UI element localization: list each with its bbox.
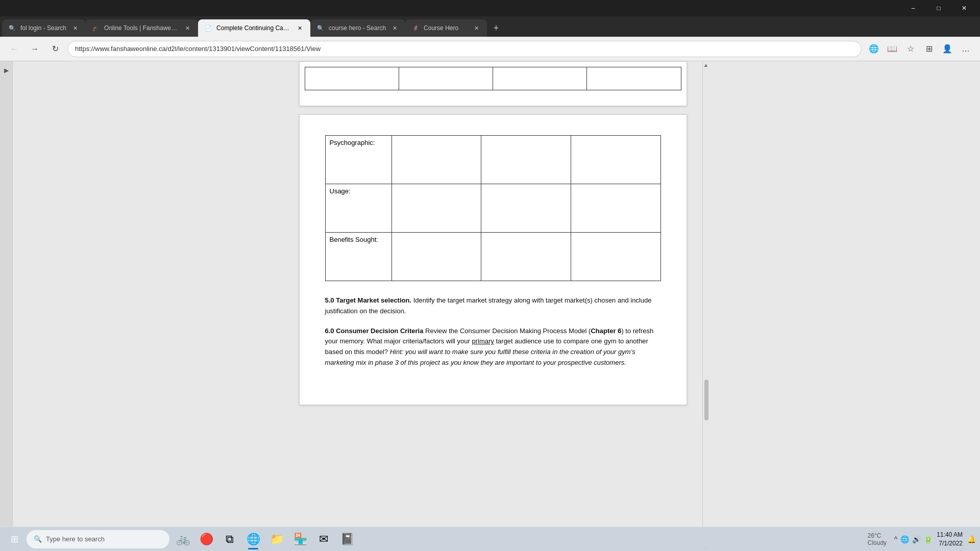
url-text: https://www.fanshaweonline.ca/d2l/le/con… [75, 45, 321, 53]
tab-fanshawe[interactable]: 🎓 Online Tools | Fanshawe College ✕ [86, 19, 198, 37]
bike-icon: 🚲 [176, 533, 190, 546]
sidebar: ▶ [0, 61, 13, 551]
weather-text: 26°C Cloudy [868, 532, 890, 546]
taskbar-search-box[interactable]: 🔍 Type here to search [27, 530, 169, 548]
tab-title-fol: fol login - Search [20, 24, 66, 32]
tab-close-ch[interactable]: ✕ [472, 23, 481, 33]
tab-complete-case[interactable]: 📄 Complete Continuing Case Stu... ✕ [198, 19, 310, 37]
taskbar-app-mail[interactable]: ✉ [312, 528, 335, 550]
tab-course-hero-search[interactable]: 🔍 course hero - Search ✕ [310, 19, 405, 37]
system-tray[interactable]: ^ 🌐 🔊 🔋 [894, 535, 933, 543]
forward-button[interactable]: → [27, 41, 43, 57]
mail-icon: ✉ [319, 533, 328, 546]
edge-icon: 🌐 [247, 533, 260, 546]
taskbar-app-edge[interactable]: 🌐 [242, 528, 264, 550]
tab-favicon-fanshawe: 🎓 [92, 24, 100, 32]
profile-icon[interactable]: 👤 [939, 41, 955, 57]
psychographic-col2 [481, 136, 571, 184]
minimize-button[interactable]: – [901, 0, 925, 16]
section-60-chapter: Chapter 6 [591, 327, 621, 335]
taskbar-weather[interactable]: 26°C Cloudy [868, 528, 890, 550]
nav-icons: 🌐 📖 ☆ ⊞ 👤 … [866, 41, 974, 57]
refresh-button[interactable]: ↻ [47, 41, 63, 57]
tab-course-hero[interactable]: 🦸 Course Hero ✕ [405, 19, 487, 37]
address-bar[interactable]: https://www.fanshaweonline.ca/d2l/le/con… [67, 41, 862, 57]
window-controls[interactable]: – □ ✕ [901, 0, 976, 16]
doc-top-partial [299, 61, 687, 106]
taskbar-app-cortana[interactable]: 🔴 [195, 528, 217, 550]
tab-title-ch-search: course hero - Search [329, 24, 386, 32]
section-60-intro: Review the Consumer Decision Making Proc… [423, 327, 591, 335]
scrollbar[interactable]: ▲ ▼ [702, 61, 709, 551]
task-view-icon: ⧉ [226, 533, 234, 546]
more-options-icon[interactable]: … [958, 41, 974, 57]
benefits-label: Benefits Sought: [325, 233, 391, 281]
taskbar-search-icon: 🔍 [34, 535, 42, 543]
top-table-cell-3 [493, 67, 587, 90]
tab-title-fanshawe: Online Tools | Fanshawe College [104, 24, 179, 32]
tab-favicon-case: 📄 [204, 24, 212, 32]
scroll-thumb[interactable] [704, 380, 708, 420]
start-button[interactable]: ⊞ [4, 529, 24, 549]
section-50-heading: 5.0 Target Market selection. [325, 296, 412, 304]
back-button[interactable]: ← [6, 41, 22, 57]
taskbar-app-store[interactable]: 🏪 [289, 528, 311, 550]
table-row-usage: Usage: [325, 184, 660, 233]
taskbar-app-bike[interactable]: 🚲 [172, 528, 194, 550]
section-60-underline: primary [472, 337, 494, 345]
top-table-cell-2 [399, 67, 493, 90]
benefits-col1 [391, 233, 481, 281]
new-tab-button[interactable]: + [487, 19, 505, 37]
windows-logo-icon: ⊞ [11, 534, 18, 545]
taskbar-right: 26°C Cloudy ^ 🌐 🔊 🔋 11:40 AM 7/1/2022 🔔 [868, 528, 976, 550]
store-icon: 🏪 [293, 533, 307, 546]
favorites-icon[interactable]: ☆ [902, 41, 919, 57]
taskbar-clock[interactable]: 11:40 AM 7/1/2022 [937, 531, 963, 548]
doc-main: Psychographic: Usage: Benefits Sought: [299, 114, 687, 405]
taskbar-app-task-view[interactable]: ⧉ [218, 528, 241, 550]
tab-favicon-ch-search: 🔍 [316, 24, 325, 32]
page-area: Psychographic: Usage: Benefits Sought: [13, 61, 980, 551]
taskbar-search-text: Type here to search [46, 535, 105, 543]
psychographic-col1 [391, 136, 481, 184]
tab-close-ch-search[interactable]: ✕ [390, 23, 399, 33]
cortana-icon: 🔴 [200, 533, 213, 546]
tab-bar: 🔍 fol login - Search ✕ 🎓 Online Tools | … [0, 16, 980, 37]
browser-body: ▶ Psychographi [0, 61, 980, 551]
maximize-button[interactable]: □ [927, 0, 950, 16]
tab-title-case: Complete Continuing Case Stu... [216, 24, 291, 32]
clock-date: 7/1/2022 [937, 539, 963, 548]
taskbar-app-explorer[interactable]: 📁 [265, 528, 288, 550]
taskbar-pinned-apps: 🚲 🔴 ⧉ 🌐 📁 🏪 ✉ 📓 [172, 528, 866, 550]
section-60: 6.0 Consumer Decision Criteria Review th… [325, 326, 661, 368]
scroll-up-button[interactable]: ▲ [702, 61, 709, 68]
psychographic-col3 [571, 136, 660, 184]
tab-fol-login[interactable]: 🔍 fol login - Search ✕ [2, 19, 86, 37]
psychographic-label: Psychographic: [325, 136, 391, 184]
battery-icon[interactable]: 🔋 [924, 535, 933, 543]
usage-label: Usage: [325, 184, 391, 233]
sidebar-toggle[interactable]: ▶ [1, 65, 11, 76]
table-row-psychographic: Psychographic: [325, 136, 660, 184]
notification-button[interactable]: 🔔 [967, 528, 976, 550]
table-row-benefits: Benefits Sought: [325, 233, 660, 281]
tab-close-fol[interactable]: ✕ [70, 23, 80, 33]
usage-col1 [391, 184, 481, 233]
top-table-cell-4 [587, 67, 681, 90]
explorer-icon: 📁 [270, 533, 284, 546]
tab-close-fanshawe[interactable]: ✕ [183, 23, 192, 33]
tab-close-case[interactable]: ✕ [295, 23, 304, 33]
reading-view-icon[interactable]: 📖 [884, 41, 900, 57]
volume-icon[interactable]: 🔊 [912, 535, 921, 543]
segmentation-table: Psychographic: Usage: Benefits Sought: [325, 135, 661, 281]
tab-favicon-fol: 🔍 [8, 24, 16, 32]
translate-icon[interactable]: 🌐 [866, 41, 882, 57]
network-icon[interactable]: 🌐 [900, 535, 909, 543]
benefits-col2 [481, 233, 571, 281]
notification-icon: 🔔 [967, 535, 976, 543]
collections-icon[interactable]: ⊞ [921, 41, 937, 57]
section-60-heading: 6.0 Consumer Decision Criteria [325, 327, 424, 335]
caret-icon[interactable]: ^ [894, 535, 898, 543]
close-button[interactable]: ✕ [952, 0, 976, 16]
taskbar-app-onenote[interactable]: 📓 [336, 528, 358, 550]
